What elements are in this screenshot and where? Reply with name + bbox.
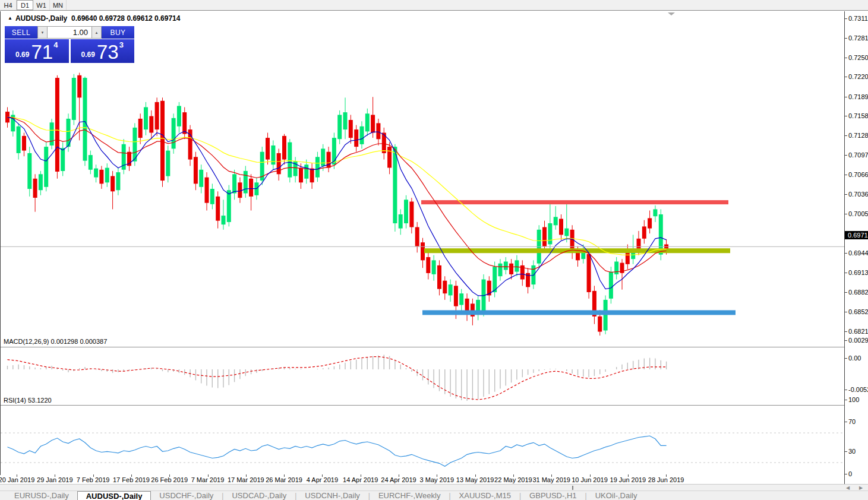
candle-body [542,227,547,246]
chart-tab-eurusd[interactable]: EURUSD-,Daily [6,491,77,500]
candle-body [415,227,419,246]
axis-tick [845,155,847,156]
candle-body [360,126,364,144]
axis-tick [845,175,847,175]
price-axis-label: 0.71890 [848,93,868,100]
candle-body [33,179,37,198]
candle-body [22,136,26,151]
candle-body [50,122,54,145]
candle-body [105,168,109,183]
candle-body [365,113,370,131]
chart-tab-usdcnh[interactable]: USDCNH-,Daily [296,491,368,500]
scrollbar-thumb[interactable] [572,486,573,490]
axis-tick [845,474,847,474]
price-axis-label: 0.71280 [848,132,868,139]
horizontal-line-object[interactable] [422,310,736,315]
price-axis-label: 0.72505 [848,54,868,61]
date-axis[interactable]: 20 Jan 201929 Jan 20197 Feb 201917 Feb 2… [0,475,844,484]
price-axis-label: 0.69130 [848,269,868,276]
candle-body [642,226,646,238]
chart-tab-xauusd[interactable]: XAUUSD-,M15 [451,491,519,500]
candle-body [421,242,425,260]
candle-body [266,138,270,160]
candle-body [564,229,569,236]
indicator-line [8,357,667,400]
scroll-left-icon[interactable]: ◀ [842,485,853,490]
candle-body [194,157,198,183]
ask-price-display[interactable]: 0.69 73 3 [71,39,135,63]
one-click-collapse-icon[interactable]: ▲ [8,15,12,21]
candle-body [288,143,292,178]
date-axis-label: 28 Jun 2019 [648,476,684,483]
candle-body [554,217,558,225]
candle-body [376,123,380,139]
date-axis-label: 31 May 2019 [532,476,570,483]
candle-body [299,168,303,183]
price-axis[interactable]: 0.69714 0.731150.728100.725050.722000.71… [844,11,868,484]
chart-tab-usdcad[interactable]: USDCAD-,Daily [223,491,295,500]
candle-body [89,155,93,170]
candle-body [160,101,165,181]
chart-title: ▲AUDUSD-,Daily 0.69640 0.69728 0.69612 0… [8,14,180,23]
axis-tick [845,292,847,293]
date-axis-label: 26 Mar 2019 [266,476,302,483]
rsi-axis-label: 30 [848,448,856,455]
candle-body [144,107,148,130]
volume-decrease-button[interactable]: ▼ [37,26,48,39]
candle-body [304,164,308,179]
date-axis-label: 4 Apr 2019 [307,476,338,483]
axis-tick [845,390,847,390]
candle-body [653,209,657,216]
axis-tick [845,312,847,312]
candle-body [354,129,358,147]
date-axis-label: 20 Jan 2019 [0,476,34,483]
candle-body [371,115,375,132]
buy-button[interactable]: BUY [102,26,134,39]
date-axis-label: 14 Apr 2019 [343,476,378,483]
rsi-indicator-label: RSI(14) 53.1220 [4,397,52,404]
chart-tab-audusd[interactable]: AUDUSD-,Daily [77,491,151,500]
candle-body [77,75,81,98]
rsi-axis-label: 0 [848,470,852,477]
date-axis-label: 24 Apr 2019 [381,476,416,483]
horizontal-line-object[interactable] [421,200,728,204]
price-axis-label: 0.70360 [848,191,868,198]
candle-body [327,152,331,168]
price-axis-label: 0.73115 [848,15,868,22]
date-axis-label: 29 Jan 2019 [37,476,73,483]
date-axis-label: 10 Jun 2019 [572,476,608,483]
rsi-pane[interactable] [1,406,844,486]
chart-shift-marker-icon[interactable] [668,12,675,15]
candle-body [44,147,48,187]
sell-button[interactable]: SELL [5,26,37,39]
horizontal-scrollbar[interactable]: ◀ ▶ [0,484,868,490]
timeframe-button-mn[interactable]: MN [50,0,67,10]
candle-body [61,148,65,171]
axis-tick [845,273,847,273]
macd-axis-label: 0.00 [848,355,861,362]
timeframe-button-w1[interactable]: W1 [33,0,50,10]
bid-price-display[interactable]: 0.69 71 4 [5,39,69,63]
candle-body [39,174,43,190]
price-chart-pane[interactable] [1,23,844,347]
chart-tab-gbpusd[interactable]: GBPUSD-,H1 [521,491,585,500]
scroll-right-icon[interactable]: ▶ [856,485,866,490]
timeframe-button-h4[interactable]: H4 [0,0,17,10]
date-axis-label: 22 May 2019 [494,476,532,483]
candle-body [94,169,98,178]
timeframe-button-d1[interactable]: D1 [17,0,33,10]
chart-tab-eurchf[interactable]: EURCHF-,Weekly [370,491,449,500]
candle-body [598,317,602,332]
ask-pipette: 3 [119,40,124,49]
candle-body [83,78,87,161]
macd-axis-label: 0.002984 [848,337,868,344]
chart-tab-ukoil[interactable]: UKOil-,Daily [587,491,646,500]
axis-tick [845,116,847,116]
price-axis-label: 0.70050 [848,210,868,217]
volume-input[interactable] [48,26,91,39]
chart-tab-usdchf[interactable]: USDCHF-,Daily [151,491,222,500]
volume-increase-button[interactable]: ▲ [91,26,102,39]
macd-pane[interactable] [1,348,844,405]
candle-body [310,169,314,183]
candle-body [559,219,563,235]
